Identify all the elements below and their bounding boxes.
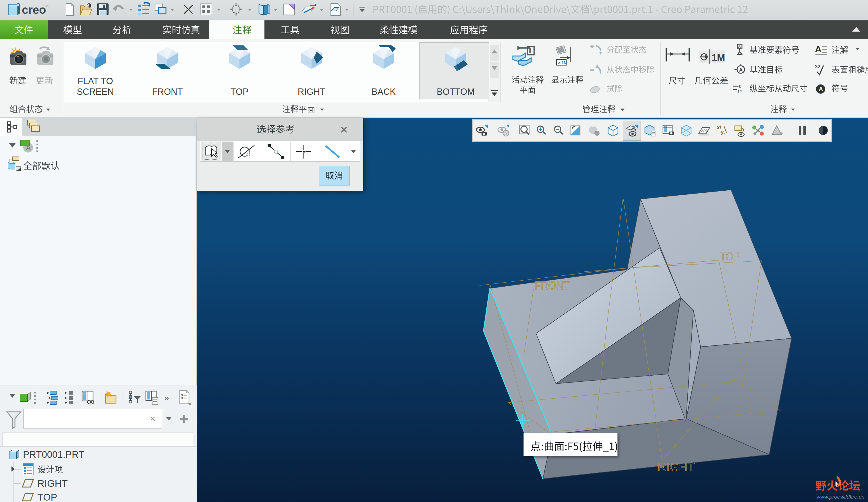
svg-text:1M: 1M (712, 52, 725, 63)
svg-text:TOP: TOP (720, 250, 740, 263)
svg-text:12: 12 (737, 89, 742, 94)
svg-text:A: A (739, 67, 743, 73)
svg-text:0: 0 (739, 84, 741, 89)
svg-text:RIGHT: RIGHT (658, 461, 695, 473)
svg-text:A: A (815, 44, 822, 54)
svg-text:32: 32 (815, 64, 820, 70)
svg-text:FRONT: FRONT (535, 279, 570, 292)
svg-text:y,: y, (721, 129, 725, 135)
svg-text:A: A (819, 85, 823, 93)
svg-text:⌀.1M: ⌀.1M (558, 60, 567, 65)
svg-text:A: A (738, 44, 741, 49)
